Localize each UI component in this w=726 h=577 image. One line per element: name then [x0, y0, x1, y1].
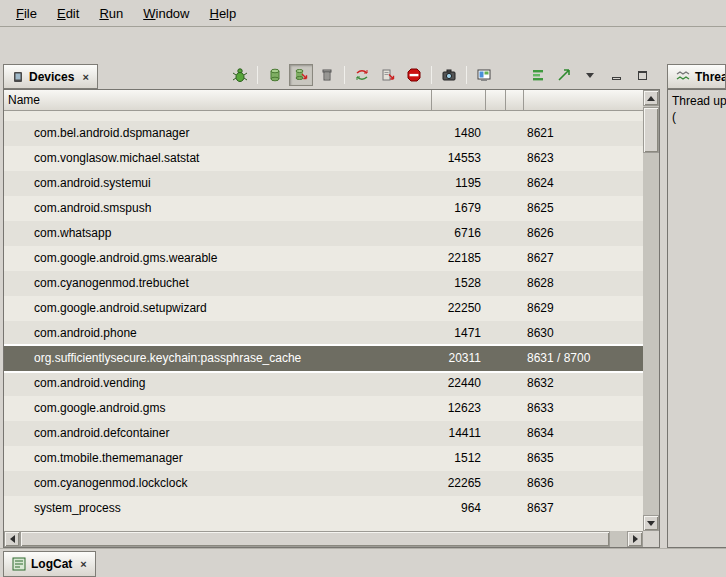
stop-process-icon[interactable]	[402, 64, 426, 86]
update-heap-glyph	[267, 67, 283, 83]
menu-help[interactable]: Help	[199, 2, 246, 25]
cell-pid: 964	[432, 496, 486, 521]
threads-message-line2: (	[672, 109, 723, 125]
tracing-icon[interactable]	[552, 64, 576, 86]
table-row[interactable]: com.android.systemui 1195 8624	[4, 171, 643, 196]
table-row[interactable]: com.google.android.gms.wearable 22185 86…	[4, 246, 643, 271]
column-header-port[interactable]	[524, 90, 643, 110]
table-row[interactable]: com.google.android.setupwizard 22250 862…	[4, 296, 643, 321]
table-row[interactable]: com.cyanogenmod.lockclock 22265 8636	[4, 471, 643, 496]
cell-name: com.bel.android.dspmanager	[4, 121, 432, 146]
dump-hprof-icon[interactable]	[289, 64, 313, 86]
devices-tab-label: Devices	[29, 70, 74, 84]
menu-file[interactable]: File	[6, 2, 47, 25]
cell-empty	[506, 446, 524, 471]
cell-name: com.cyanogenmod.trebuchet	[4, 271, 432, 296]
arrow-down-icon	[647, 521, 655, 526]
table-row[interactable]: com.android.smspush 1679 8625	[4, 196, 643, 221]
scroll-down-button[interactable]	[643, 515, 659, 531]
debug-icon[interactable]	[228, 64, 252, 86]
cell-pid: 1471	[432, 321, 486, 346]
cell-empty	[506, 271, 524, 296]
cell-port: 8625	[524, 196, 643, 221]
screen-capture-icon[interactable]	[437, 64, 461, 86]
column-header-name[interactable]: Name	[4, 90, 432, 110]
cell-empty	[506, 146, 524, 171]
cell-port: 8630	[524, 321, 643, 346]
devices-tabbar: Devices ×	[3, 61, 660, 89]
maximize-glyph	[638, 71, 647, 80]
cell-empty	[506, 196, 524, 221]
horizontal-scrollbar[interactable]	[4, 531, 643, 547]
cell-empty	[486, 346, 506, 371]
table-row[interactable]: com.whatsapp 6716 8626	[4, 221, 643, 246]
horizontal-scroll-thumb[interactable]	[20, 531, 610, 547]
device-rows: com.bel.android.dspmanager 1480 8621 com…	[4, 111, 643, 531]
arrow-right-icon	[633, 535, 638, 543]
camera-glyph	[441, 67, 457, 83]
table-row[interactable]: org.sufficientlysecure.keychain:passphra…	[4, 346, 643, 371]
cell-name: com.whatsapp	[4, 221, 432, 246]
tab-logcat[interactable]: LogCat ×	[3, 551, 96, 577]
bottom-tab-bar: LogCat ×	[0, 548, 726, 577]
minimize-icon[interactable]	[604, 64, 628, 86]
table-row[interactable]: com.android.defcontainer 14411 8634	[4, 421, 643, 446]
close-icon[interactable]: ×	[80, 558, 86, 570]
table-row[interactable]: com.vonglasow.michael.satstat 14553 8623	[4, 146, 643, 171]
toolbar-separator	[344, 66, 345, 84]
cell-port: 8627	[524, 246, 643, 271]
tab-threads[interactable]: Threads	[667, 64, 726, 89]
toolbar-separator	[257, 66, 258, 84]
menu-edit[interactable]: Edit	[47, 2, 89, 25]
cell-name: com.android.systemui	[4, 171, 432, 196]
table-row[interactable]: system_process 964 8637	[4, 496, 643, 521]
table-row[interactable]: com.tmobile.thememanager 1512 8635	[4, 446, 643, 471]
cell-pid: 14553	[432, 146, 486, 171]
allocation-tracker-icon[interactable]	[526, 64, 550, 86]
cell-name: com.vonglasow.michael.satstat	[4, 146, 432, 171]
cell-pid: 22185	[432, 246, 486, 271]
scroll-left-button[interactable]	[4, 531, 20, 547]
logcat-tab-label: LogCat	[31, 557, 72, 571]
table-row[interactable]: com.bel.android.dspmanager 1480 8621	[4, 121, 643, 146]
table-row[interactable]: com.android.vending 22440 8632	[4, 371, 643, 396]
update-threads-icon[interactable]	[350, 64, 374, 86]
stop-sign-glyph	[406, 67, 422, 83]
column-header-4[interactable]	[506, 90, 524, 110]
cell-empty	[506, 471, 524, 496]
cell-pid: 1512	[432, 446, 486, 471]
cell-empty	[506, 221, 524, 246]
menu-run[interactable]: Run	[89, 2, 133, 25]
cell-port: 8632	[524, 371, 643, 396]
tab-devices[interactable]: Devices ×	[3, 64, 98, 89]
vertical-scroll-thumb[interactable]	[643, 107, 659, 153]
trash-glyph	[319, 67, 335, 83]
vertical-scrollbar[interactable]	[643, 90, 659, 531]
method-profiling-icon[interactable]	[376, 64, 400, 86]
column-header-3[interactable]	[486, 90, 506, 110]
maximize-icon[interactable]	[630, 64, 654, 86]
cell-empty	[486, 446, 506, 471]
update-heap-icon[interactable]	[263, 64, 287, 86]
scroll-up-button[interactable]	[643, 90, 659, 106]
cell-name: com.android.phone	[4, 321, 432, 346]
system-info-icon[interactable]	[472, 64, 496, 86]
cell-pid: 14411	[432, 421, 486, 446]
threads-tabbar: Threads	[667, 61, 726, 89]
cell-empty	[486, 121, 506, 146]
arrow-left-icon	[10, 535, 15, 543]
cell-port: 8621	[524, 121, 643, 146]
cell-port: 8624	[524, 171, 643, 196]
column-header-pid[interactable]	[432, 90, 486, 110]
scroll-right-button[interactable]	[627, 531, 643, 547]
view-menu-icon[interactable]	[578, 64, 602, 86]
tracing-glyph	[556, 67, 572, 83]
table-row[interactable]: com.android.phone 1471 8630	[4, 321, 643, 346]
cell-empty	[506, 371, 524, 396]
close-icon[interactable]: ×	[82, 71, 88, 83]
table-row[interactable]: com.google.android.gms 12623 8633	[4, 396, 643, 421]
devices-tab-icon	[12, 71, 24, 83]
menu-window[interactable]: Window	[133, 2, 199, 25]
table-row[interactable]: com.cyanogenmod.trebuchet 1528 8628	[4, 271, 643, 296]
cause-gc-icon[interactable]	[315, 64, 339, 86]
